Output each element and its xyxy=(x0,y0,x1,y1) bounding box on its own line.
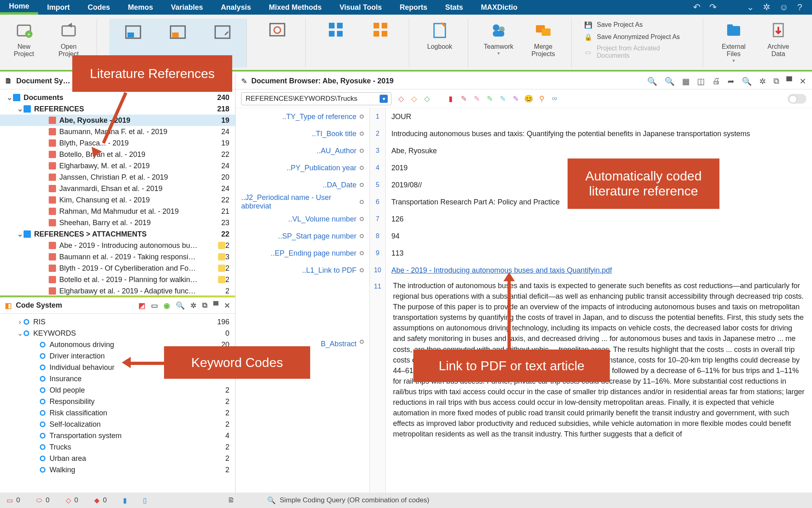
popout-icon[interactable]: ⧉ xyxy=(202,301,207,310)
menu-tab-memos[interactable]: Memos xyxy=(119,0,162,15)
codesys-tool-1[interactable]: ◩ xyxy=(138,301,145,310)
panel-button-2[interactable] xyxy=(160,21,196,46)
tree-row[interactable]: Baumann et al. - 2019 - Taking responsi…… xyxy=(0,251,235,263)
tree-row[interactable]: Javanmardi, Ehsan et al. - 201924 xyxy=(0,183,235,194)
tree-row[interactable]: Sheehan, Barry et al. - 201923 xyxy=(0,217,235,228)
tree-row[interactable]: Botello et al. - 2019 - Planning for wal… xyxy=(0,274,235,285)
table-icon[interactable]: ▦ xyxy=(682,76,690,86)
smile-icon[interactable]: ☺ xyxy=(779,2,788,13)
open-project-button[interactable]: Open Project xyxy=(50,19,87,58)
edit-icon: ✎ xyxy=(241,77,247,86)
undo-icon[interactable]: ↶ xyxy=(693,2,700,13)
menu-tab-stats[interactable]: Stats xyxy=(436,0,472,15)
menu-tab-codes[interactable]: Codes xyxy=(79,0,119,15)
hl4-icon[interactable]: ✎ xyxy=(499,95,507,103)
code-row[interactable]: Urban area2 xyxy=(0,453,235,464)
panel-button-3[interactable] xyxy=(204,21,241,46)
columns-icon[interactable]: ◫ xyxy=(697,76,705,86)
tree-row[interactable]: Blyth - 2019 - Of Cyberliberation and Fo… xyxy=(0,263,235,274)
svg-point-10 xyxy=(274,27,281,33)
merge-projects-button[interactable]: Merge Projects xyxy=(525,19,561,58)
hl3-icon[interactable]: ✎ xyxy=(486,95,494,103)
help-icon[interactable]: ? xyxy=(797,2,802,13)
code-row[interactable]: Risk classification2 xyxy=(0,407,235,419)
chevron-down-icon[interactable]: ⌄ xyxy=(747,2,754,13)
collapse-icon[interactable]: ▀ xyxy=(786,76,792,86)
panel-button-4[interactable] xyxy=(259,19,296,43)
zoom-out-icon[interactable]: 🔍 xyxy=(647,76,657,86)
grid-button-2[interactable] xyxy=(363,19,399,43)
tree-row[interactable]: Botello, Bryan et al. - 201922 xyxy=(0,149,235,160)
archive-data-button[interactable]: Archive Data xyxy=(760,19,797,58)
tree-row[interactable]: Elgharbawy, M. et al. - 201924 xyxy=(0,160,235,172)
status-icon-5[interactable]: ▮ xyxy=(123,496,127,505)
tree-row[interactable]: Rahman, Md Mahmudur et al. - 201921 xyxy=(0,206,235,217)
code-row[interactable]: ›RIS196 xyxy=(0,316,235,328)
collapse-icon[interactable]: ▀ xyxy=(213,301,218,310)
new-project-button[interactable]: + New Project xyxy=(6,19,42,58)
save-project-as[interactable]: 💾Save Project As xyxy=(584,20,693,29)
tree-row[interactable]: ⌄REFERENCES > ATTACHMENTS22 xyxy=(0,228,235,240)
save-anon-project-as[interactable]: 🔒Save Anonymized Project As xyxy=(584,33,693,41)
tag2-icon[interactable]: ◇ xyxy=(410,95,418,103)
grid-button-1[interactable] xyxy=(318,19,354,43)
code-row[interactable]: Old people2 xyxy=(0,384,235,396)
code-row[interactable]: ⌄KEYWORDS0 xyxy=(0,328,235,339)
menu-tab-import[interactable]: Import xyxy=(38,0,79,15)
teamwork-button[interactable]: Teamwork▾ xyxy=(480,19,517,56)
tree-row[interactable]: Baumann, Martina F. et al. - 201924 xyxy=(0,126,235,137)
code-row[interactable]: Transportation system4 xyxy=(0,430,235,441)
menu-tab-mixed[interactable]: Mixed Methods xyxy=(260,0,330,15)
code-row[interactable]: Self-localization2 xyxy=(0,419,235,430)
code-row[interactable]: Walking2 xyxy=(0,464,235,475)
tree-row[interactable]: Elgharbawy et al. - 2019 - Adaptive func… xyxy=(0,285,235,295)
external-files-button[interactable]: External Files▾ xyxy=(715,19,752,63)
codesys-tool-2[interactable]: ▭ xyxy=(151,301,158,310)
tag3-icon[interactable]: ◇ xyxy=(423,95,431,103)
gear-icon[interactable]: ✲ xyxy=(763,2,770,13)
zoom-in-icon[interactable]: 🔍 xyxy=(665,76,675,86)
document-tree[interactable]: ⌄Documents240⌄REFERENCES218Abe, Ryosuke … xyxy=(0,89,235,295)
close-icon[interactable]: ✕ xyxy=(799,76,806,86)
panel-button-1[interactable] xyxy=(115,21,151,46)
close-icon[interactable]: ✕ xyxy=(224,301,230,310)
tree-row[interactable]: Abe - 2019 - Introducing autonomous bu…2 xyxy=(0,240,235,251)
menu-tab-dictio[interactable]: MAXDictio xyxy=(472,0,527,15)
menu-tab-analysis[interactable]: Analysis xyxy=(212,0,260,15)
gear-icon[interactable]: ✲ xyxy=(759,76,766,86)
tree-row[interactable]: Janssen, Christian P. et al. - 201920 xyxy=(0,172,235,183)
tree-row[interactable]: Blyth, Pasca... - 201919 xyxy=(0,137,235,149)
search-icon[interactable]: 🔍 xyxy=(742,76,752,86)
code-path-combo[interactable]: REFERENCES\KEYWORDS\Trucks xyxy=(241,92,391,105)
codesys-tool-3[interactable]: ◉ xyxy=(164,301,170,310)
status-icon-6[interactable]: ▯ xyxy=(143,496,147,505)
redo-icon[interactable]: ↷ xyxy=(709,2,717,13)
tree-row[interactable]: ⌄Documents240 xyxy=(0,92,235,103)
main-menu: Home Import Codes Memos Variables Analys… xyxy=(0,0,812,15)
code-row[interactable]: Responsibility2 xyxy=(0,396,235,407)
hl5-icon[interactable]: ✎ xyxy=(512,95,520,103)
menu-tab-visual[interactable]: Visual Tools xyxy=(330,0,391,15)
export-icon[interactable]: ➦ xyxy=(728,76,734,86)
menu-tab-home[interactable]: Home xyxy=(0,0,38,15)
print-icon[interactable]: 🖨 xyxy=(712,76,720,86)
search-icon[interactable]: 🔍 xyxy=(176,301,185,310)
pin-icon[interactable]: ⚲ xyxy=(538,95,546,103)
highlight-red-icon[interactable]: ▮ xyxy=(447,95,455,103)
menu-tab-variables[interactable]: Variables xyxy=(162,0,212,15)
emoji-icon[interactable]: 😊 xyxy=(525,95,533,103)
tag-icon[interactable]: ◇ xyxy=(397,95,405,103)
popout-icon[interactable]: ⧉ xyxy=(773,76,779,86)
link-icon[interactable]: ∞ xyxy=(551,95,559,103)
tree-row[interactable]: Kim, Chansung et al. - 201922 xyxy=(0,194,235,206)
gear-icon[interactable]: ✲ xyxy=(190,301,197,310)
code-row[interactable]: Trucks2 xyxy=(0,441,235,453)
tree-row[interactable]: Abe, Ryosuke - 201919 xyxy=(0,115,235,126)
logbook-button[interactable]: Logbook xyxy=(421,19,458,50)
toggle-switch[interactable] xyxy=(788,94,806,104)
hl1-icon[interactable]: ✎ xyxy=(460,95,468,103)
hl2-icon[interactable]: ✎ xyxy=(473,95,481,103)
pdf-link[interactable]: Abe - 2019 - Introducing autonomous buse… xyxy=(391,266,612,275)
code-tree[interactable]: ›RIS196⌄KEYWORDS0Autonomous driving20Dri… xyxy=(0,314,235,493)
menu-tab-reports[interactable]: Reports xyxy=(391,0,436,15)
